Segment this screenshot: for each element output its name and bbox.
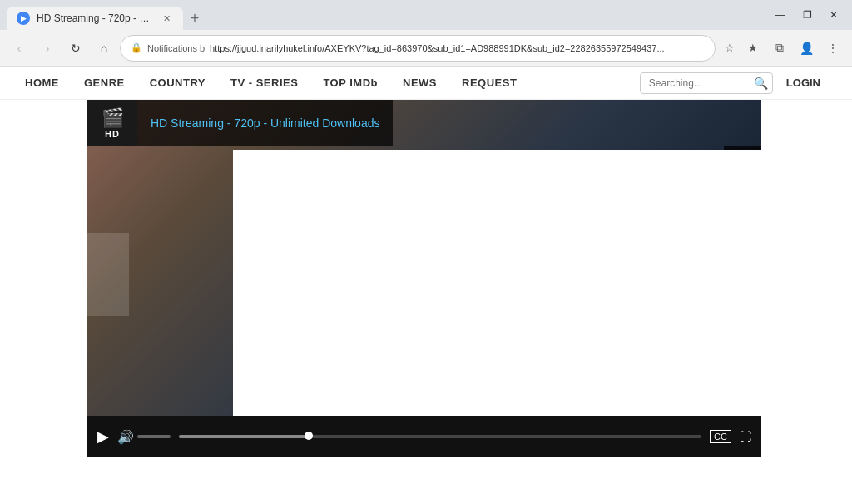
nav-tv-series[interactable]: TV - SERIES — [230, 77, 298, 89]
back-button[interactable]: ‹ — [7, 36, 32, 61]
extensions-button[interactable]: ⧉ — [767, 36, 792, 61]
nav-home[interactable]: HOME — [25, 77, 59, 89]
hd-text: HD — [105, 129, 120, 139]
search-input[interactable] — [640, 72, 773, 94]
volume-slider[interactable] — [137, 435, 171, 438]
tab-favicon: ▶ — [17, 12, 30, 25]
progress-fill — [179, 435, 310, 438]
search-button[interactable]: 🔍 — [754, 77, 768, 90]
nav-genre[interactable]: GENRE — [84, 77, 125, 89]
tab-title: HD Streaming - 720p - Unlimit... — [37, 12, 153, 24]
site-navigation: HOME GENRE COUNTRY TV - SERIES TOP IMDb … — [0, 67, 852, 100]
lock-icon: 🔒 — [131, 42, 142, 53]
address-bar[interactable]: 🔒 Notifications b https://jjgud.inarilyh… — [120, 35, 716, 62]
tab-bar: ▶ HD Streaming - 720p - Unlimit... ✕ + — [7, 0, 206, 30]
title-bar: ▶ HD Streaming - 720p - Unlimit... ✕ + —… — [0, 0, 852, 30]
menu-button[interactable]: ⋮ — [820, 36, 845, 61]
reload-button[interactable]: ↻ — [63, 36, 88, 61]
maximize-button[interactable]: ❐ — [795, 3, 819, 27]
nav-news[interactable]: NEWS — [403, 77, 437, 89]
cc-button[interactable]: CC — [710, 430, 731, 443]
new-tab-button[interactable]: + — [183, 7, 206, 30]
minimize-button[interactable]: — — [769, 3, 792, 27]
video-title: HD Streaming - 720p - Unlimited Download… — [151, 116, 379, 130]
progress-thumb — [305, 432, 313, 440]
home-button[interactable]: ⌂ — [92, 36, 116, 61]
nav-top-imdb[interactable]: TOP IMDb — [323, 77, 378, 89]
window-controls: — ❐ ✕ — [769, 3, 845, 27]
active-tab[interactable]: ▶ HD Streaming - 720p - Unlimit... ✕ — [7, 7, 183, 30]
progress-bar[interactable] — [179, 435, 701, 438]
tab-close-button[interactable]: ✕ — [160, 12, 173, 25]
progress-area — [179, 435, 701, 438]
star-button[interactable]: ★ — [742, 37, 764, 59]
film-icon: 🎬 — [102, 107, 124, 129]
browser-window: ▶ HD Streaming - 720p - Unlimit... ✕ + —… — [0, 0, 852, 504]
profile-button[interactable]: 👤 — [794, 36, 819, 61]
volume-icon[interactable]: 🔊 — [117, 429, 134, 445]
hd-badge: 🎬 HD — [87, 100, 137, 146]
forward-button[interactable]: › — [35, 36, 60, 61]
close-button[interactable]: ✕ — [822, 3, 845, 27]
nav-request[interactable]: REQUEST — [462, 77, 517, 89]
bookmark-button[interactable]: ☆ — [719, 37, 741, 59]
fullscreen-button[interactable]: ⛶ — [740, 430, 751, 443]
search-input-wrap: 🔍 — [640, 72, 773, 94]
extensions-area: ⧉ 👤 ⋮ — [767, 36, 845, 61]
video-player: 🎬 HD HD Streaming - 720p - Unlimited Dow… — [87, 100, 761, 457]
play-button[interactable]: ▶ — [97, 427, 109, 446]
video-header: 🎬 HD HD Streaming - 720p - Unlimited Dow… — [87, 100, 761, 146]
address-actions: ☆ ★ — [719, 37, 764, 59]
video-overlay-popup[interactable] — [233, 150, 761, 457]
left-side-element — [87, 233, 129, 316]
video-title-bar: HD Streaming - 720p - Unlimited Download… — [137, 100, 393, 146]
navigation-bar: ‹ › ↻ ⌂ 🔒 Notifications b https://jjgud.… — [0, 30, 852, 67]
login-button[interactable]: LOGIN — [780, 73, 827, 92]
notifications-label: Notifications b — [147, 43, 205, 53]
url-text: https://jjgud.inarilyhukel.info/AXEYKV?t… — [210, 43, 705, 53]
nav-country[interactable]: COUNTRY — [150, 77, 206, 89]
page-content: HOME GENRE COUNTRY TV - SERIES TOP IMDb … — [0, 67, 852, 504]
volume-area: 🔊 — [117, 429, 171, 445]
video-controls: ▶ 🔊 CC ⛶ — [87, 416, 761, 457]
search-area: 🔍 LOGIN — [640, 72, 827, 94]
